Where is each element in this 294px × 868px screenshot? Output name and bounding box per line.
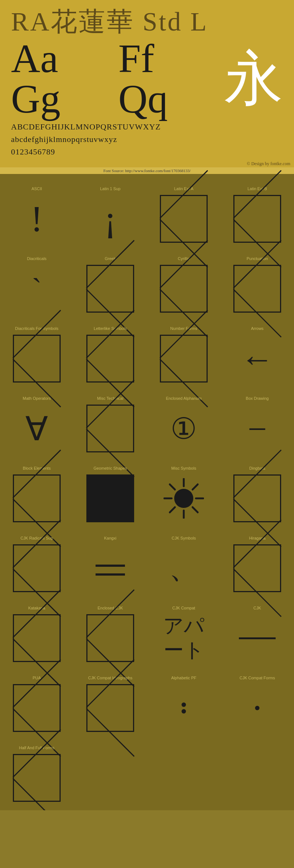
glyph-ascii: !: [11, 193, 62, 245]
grid-row-3: Diacriticals For Symbols Letterlike Symb…: [0, 317, 294, 387]
grave-glyph: `: [32, 272, 42, 306]
xbox-latinexta: [160, 195, 208, 243]
alphabet-lower: abcdefghijklmnopqrstuvwxyz: [11, 135, 283, 144]
xbox-greek: [86, 265, 134, 313]
solidbox-glyph: [86, 474, 134, 522]
label-cjkcompatforms: CJK Compat Forms: [240, 676, 275, 680]
glyph-pua: [11, 682, 62, 734]
glyph-enclosedcjk: [85, 612, 136, 664]
label-boxdrawing: Box Drawing: [246, 396, 269, 401]
grid-row-1: ASCII ! Latin 1 Sup ¡ Latin Ext A Latin …: [0, 178, 294, 248]
glyph-diacriticals: `: [11, 263, 62, 314]
svg-point-0: [174, 489, 193, 508]
cell-geometricshapes: Geometric Shapes: [74, 457, 147, 527]
cell-blockelements: Block Elements: [0, 457, 74, 527]
cell-empty-1: [74, 737, 147, 807]
cell-cjkcompatideo: CJK Compat Ideographs: [74, 667, 147, 737]
label-numberforms: Number Forms: [170, 326, 197, 331]
label-cjkradicals: CJK Radicals Sup: [21, 536, 53, 540]
xbox-latinextb: [233, 195, 281, 243]
glyph-cjkradicals: [11, 542, 62, 594]
label-latin1sup: Latin 1 Sup: [100, 186, 121, 191]
glyph-greek: [85, 263, 136, 314]
font-samples-row: Aa Gg Ff Qq 永: [11, 38, 283, 119]
label-misctechnical: Misc Technical: [97, 396, 123, 401]
apart-glyph: アパート: [163, 614, 204, 662]
glyph-kangxi: [85, 542, 136, 594]
glyph-dingbats: [232, 473, 283, 524]
cell-enclosedcjk: Enclosed CJK: [74, 597, 147, 667]
glyph-cjk: [232, 612, 283, 664]
cell-numberforms: Number Forms: [147, 317, 220, 387]
sun-glyph: [164, 478, 204, 519]
glyph-latin1sup: ¡: [85, 193, 136, 245]
exclaim-glyph: !: [31, 200, 43, 237]
grid-row-9: Half And Full Forms: [0, 737, 294, 807]
glyph-punctuation: [232, 263, 283, 314]
glyph-latinexta: [158, 193, 209, 245]
cell-latinexta: Latin Ext A: [147, 178, 220, 248]
svg-line-6: [193, 507, 198, 512]
cell-empty-3: [220, 737, 294, 807]
cell-cjkradicals: CJK Radicals Sup: [0, 527, 74, 597]
grid-row-7: Katakana Enclosed CJK CJK Compat アパート CJ…: [0, 597, 294, 667]
kanji-sample: 永: [224, 49, 283, 108]
cell-cjkcompatforms: CJK Compat Forms: [220, 667, 294, 737]
cell-greek: Greek: [74, 248, 147, 317]
glyph-katakana: [11, 612, 62, 664]
cell-dingbats: Dingbats: [220, 457, 294, 527]
cell-miscsymbols: Misc Symbols: [147, 457, 220, 527]
xbox-enclosedcjk: [86, 614, 134, 662]
glyph-diacriticalsymbols: [11, 333, 62, 384]
xbox-dingbats: [233, 474, 281, 522]
xbox-halffullforms: [13, 754, 61, 802]
cell-ascii: ASCII !: [0, 178, 74, 248]
glyph-halffullforms: [11, 752, 62, 804]
circled1-glyph: ①: [171, 412, 197, 446]
glyph-arrows: ←: [232, 333, 283, 384]
label-geometricshapes: Geometric Shapes: [93, 466, 127, 470]
copyright: © Design by fontke.com: [0, 160, 294, 167]
label-mathoperators: Math Operators: [23, 396, 51, 401]
label-halffullforms: Half And Full Forms: [19, 746, 55, 750]
label-blockelements: Block Elements: [23, 466, 51, 470]
label-kangxi: Kangxi: [104, 536, 116, 540]
grid-row-6: CJK Radicals Sup Kangxi CJK Symbols 、 Hi…: [0, 527, 294, 597]
xbox-hiragana: [233, 544, 281, 592]
dot-two-glyph: [182, 702, 186, 714]
kangxi-dash2: [96, 573, 125, 576]
cell-pua: PUA: [0, 667, 74, 737]
grid-row-2: Diacriticals ` Greek Cyrillic Punctuatio…: [0, 248, 294, 317]
label-enclosedcjk: Enclosed CJK: [97, 606, 123, 610]
cell-diacriticals: Diacriticals `: [0, 248, 74, 317]
xbox-cjkcompatideo: [86, 684, 134, 732]
cell-punctuation: Punctuation: [220, 248, 294, 317]
forall-glyph: ∀: [25, 409, 48, 448]
glyph-miscsymbols: [158, 473, 209, 524]
comma-glyph: 、: [169, 548, 198, 588]
sample-ff: Ff Qq: [118, 38, 209, 119]
cell-kangxi: Kangxi: [74, 527, 147, 597]
xbox-letterlike: [86, 335, 134, 383]
glyph-grid: ASCII ! Latin 1 Sup ¡ Latin Ext A Latin …: [0, 174, 294, 810]
glyph-misctechnical: [85, 403, 136, 454]
label-arrows: Arrows: [251, 326, 263, 331]
label-cjksymbols: CJK Symbols: [172, 536, 196, 540]
sun-svg: [164, 478, 204, 519]
cell-misctechnical: Misc Technical: [74, 387, 147, 457]
cell-hiragana: Hiragana: [220, 527, 294, 597]
xbox-pua: [13, 684, 61, 732]
xbox-katakana: [13, 614, 61, 662]
header-section: RA花蓮華 Std L Aa Gg Ff Qq 永 ABCDEFGHIJKLMN…: [0, 0, 294, 160]
kangxi-dash1: [96, 565, 125, 567]
label-letterlike: Letterlike Symbols: [94, 326, 127, 331]
cell-mathoperators: Math Operators ∀: [0, 387, 74, 457]
glyph-latinextb: [232, 193, 283, 245]
grid-row-8: PUA CJK Compat Ideographs Alphabetic PF …: [0, 667, 294, 737]
svg-line-7: [193, 484, 198, 490]
digits: 0123456789: [11, 147, 283, 157]
arrow-glyph: ←: [241, 340, 274, 378]
label-enclosedalphan: Enclosed Alphanum: [166, 396, 201, 401]
glyph-cjkcompat: アパート: [158, 612, 209, 664]
sample-aa: Aa Gg: [11, 38, 111, 119]
